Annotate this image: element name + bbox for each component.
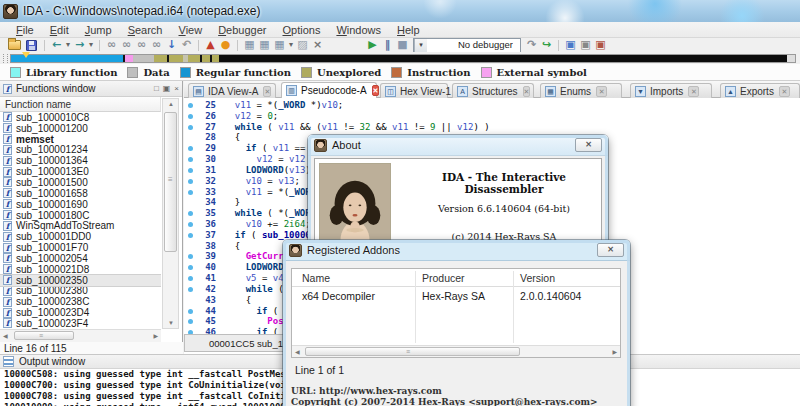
tab-enums[interactable]: ▦Enums✕ <box>540 83 622 98</box>
code-line[interactable]: 26 v12 = 0; <box>184 111 800 122</box>
tab-ida-view-a[interactable]: ▤IDA View-A✕ <box>188 83 276 98</box>
float-icon[interactable]: ▣ <box>163 85 171 93</box>
tab-close-icon[interactable]: ✕ <box>596 86 607 97</box>
scroll-left-icon[interactable]: ◀ <box>295 348 300 355</box>
menu-item-debugger[interactable]: Debugger <box>210 23 274 37</box>
menu-item-search[interactable]: Search <box>120 23 171 37</box>
search-text-icon[interactable]: ∞ <box>104 38 119 52</box>
lumina-icon[interactable]: ● <box>218 38 233 52</box>
tab-close-icon[interactable]: ✕ <box>263 86 271 97</box>
function-row[interactable]: fsub_100001658 <box>0 188 161 199</box>
close-icon[interactable]: ✕ <box>597 243 624 257</box>
undo-jump-icon[interactable]: ↶ <box>179 38 194 52</box>
debugger-select[interactable]: No debugger▾ <box>413 38 521 53</box>
stop-icon[interactable]: ■ <box>395 38 410 52</box>
start-process-icon[interactable]: ↪ <box>539 38 554 52</box>
tab-close-icon[interactable]: ✕ <box>688 86 699 97</box>
tab-close-icon[interactable]: ✕ <box>523 86 531 97</box>
function-row[interactable]: fsub_100001364 <box>0 155 161 166</box>
tab-close-icon[interactable]: ✕ <box>779 86 790 97</box>
function-row[interactable]: fsub_100002054 <box>0 253 161 264</box>
nav-forward-more-icon[interactable]: ▾ <box>87 38 95 52</box>
debug-c-icon[interactable]: ▦ <box>272 38 287 52</box>
scroll-up-icon[interactable]: ▲ <box>165 101 177 107</box>
function-row[interactable]: fsub_100001200 <box>0 123 161 134</box>
menu-item-windows[interactable]: Windows <box>328 23 389 37</box>
scrollbar-thumb[interactable] <box>164 112 177 252</box>
problems-list-icon[interactable]: ▲ <box>203 38 218 52</box>
function-row[interactable]: fsub_1000013E0 <box>0 166 161 177</box>
column-header-name[interactable]: Name <box>302 272 330 284</box>
menu-item-jump[interactable]: Jump <box>77 23 120 37</box>
breakpoint-list-icon[interactable]: ▣ <box>563 38 578 52</box>
column-header-producer[interactable]: Producer <box>422 272 465 284</box>
function-row[interactable]: fsub_1000021D8 <box>0 264 161 275</box>
tab-exports[interactable]: ▲Exports✕ <box>720 83 800 98</box>
code-line[interactable]: 27 while ( v11 && (v11 != 32 && v11 != 9… <box>184 122 800 133</box>
save-file-icon[interactable] <box>26 40 37 51</box>
menu-item-view[interactable]: View <box>171 23 211 37</box>
function-row[interactable]: fsub_100001234 <box>0 145 161 156</box>
function-row[interactable]: fsub_100001F70 <box>0 242 161 253</box>
nav-back-more-icon[interactable]: ▾ <box>64 38 72 52</box>
nav-forward-icon[interactable]: → <box>72 38 87 52</box>
scroll-right-icon[interactable]: ▶ <box>153 332 158 339</box>
pause-icon[interactable]: ‖ <box>380 38 395 52</box>
tab-close-icon[interactable]: ✕ <box>372 85 380 96</box>
delete-icon[interactable]: × <box>310 38 325 52</box>
navband-track[interactable] <box>10 54 796 63</box>
functions-horizontal-scrollbar[interactable]: ◀ ▶ <box>0 329 161 342</box>
function-row[interactable]: fsub_100001DD0 <box>0 231 161 242</box>
menu-item-file[interactable]: File <box>8 23 42 37</box>
scrollbar-thumb[interactable] <box>14 331 74 340</box>
edit-type-icon[interactable]: ▨ <box>295 38 310 52</box>
restore-icon[interactable]: □ <box>154 85 159 93</box>
column-header-version[interactable]: Version <box>520 272 555 284</box>
breakpoint-del-icon[interactable]: ▣ <box>593 38 608 52</box>
scrollbar-thumb[interactable] <box>305 347 520 356</box>
functions-vertical-scrollbar[interactable]: ▲ ▼ <box>162 98 179 329</box>
tab-structures[interactable]: AStructures✕ <box>452 83 534 98</box>
function-row[interactable]: fsub_100002350 <box>0 275 161 286</box>
navband-grip[interactable] <box>3 54 8 63</box>
function-row[interactable]: fsub_1000023F4 <box>0 318 161 329</box>
function-row[interactable]: fsub_1000010C8 <box>0 112 161 123</box>
debug-a-icon[interactable]: ▦ <box>242 38 257 52</box>
chevron-down-icon[interactable]: ▾ <box>414 39 427 52</box>
code-text: v11 = *(_WORD *)v10; <box>224 100 343 111</box>
nav-back-icon[interactable]: ← <box>49 38 64 52</box>
function-row[interactable]: fmemset <box>0 134 161 145</box>
scroll-right-icon[interactable]: ▶ <box>612 348 617 355</box>
addon-row[interactable]: x64 DecompilerHex-Rays SA2.0.0.140604 <box>292 287 620 303</box>
debug-b-icon[interactable]: ▦ <box>257 38 272 52</box>
code-line[interactable]: 25 v11 = *(_WORD *)v10; <box>184 100 800 111</box>
function-name-column-header[interactable]: Function name <box>0 97 161 112</box>
menu-item-options[interactable]: Options <box>274 23 328 37</box>
scroll-left-icon[interactable]: ◀ <box>3 332 8 339</box>
function-row[interactable]: fsub_100001690 <box>0 199 161 210</box>
tab-hex-view-1[interactable]: ◫Hex View-1✕ <box>380 83 448 98</box>
breakpoint-add-icon[interactable]: ▣ <box>578 38 593 52</box>
search-sequence-icon[interactable]: ∞ <box>149 38 164 52</box>
addons-horizontal-scrollbar[interactable]: ◀ ▶ <box>292 345 620 357</box>
search-binary-icon[interactable]: ∞ <box>134 38 149 52</box>
tab-pseudocode-a[interactable]: ▥Pseudocode-A✕ <box>281 82 377 98</box>
menu-item-help[interactable]: Help <box>389 23 428 37</box>
debug-more-icon[interactable]: ▾ <box>287 38 295 52</box>
function-row[interactable]: fsub_100002380 <box>0 286 161 297</box>
function-row[interactable]: fsub_10000238C <box>0 296 161 307</box>
function-row[interactable]: fWinSqmAddToStream <box>0 220 161 231</box>
tab-imports[interactable]: ▼Imports✕ <box>630 83 712 98</box>
open-file-icon[interactable] <box>8 40 21 50</box>
search-next-icon[interactable]: ∞ <box>119 38 134 52</box>
close-icon[interactable]: ✕ <box>575 138 602 152</box>
scroll-down-icon[interactable]: ▼ <box>165 320 177 326</box>
function-row[interactable]: fsub_10000180C <box>0 210 161 221</box>
jump-address-icon[interactable]: ↓ <box>164 38 179 52</box>
function-row[interactable]: fsub_100001500 <box>0 177 161 188</box>
menu-item-edit[interactable]: Edit <box>42 23 77 37</box>
run-icon[interactable]: ▶ <box>365 38 380 52</box>
attach-process-icon[interactable]: ↷ <box>524 38 539 52</box>
close-icon[interactable]: × <box>174 85 179 93</box>
function-row[interactable]: fsub_1000023D4 <box>0 307 161 318</box>
